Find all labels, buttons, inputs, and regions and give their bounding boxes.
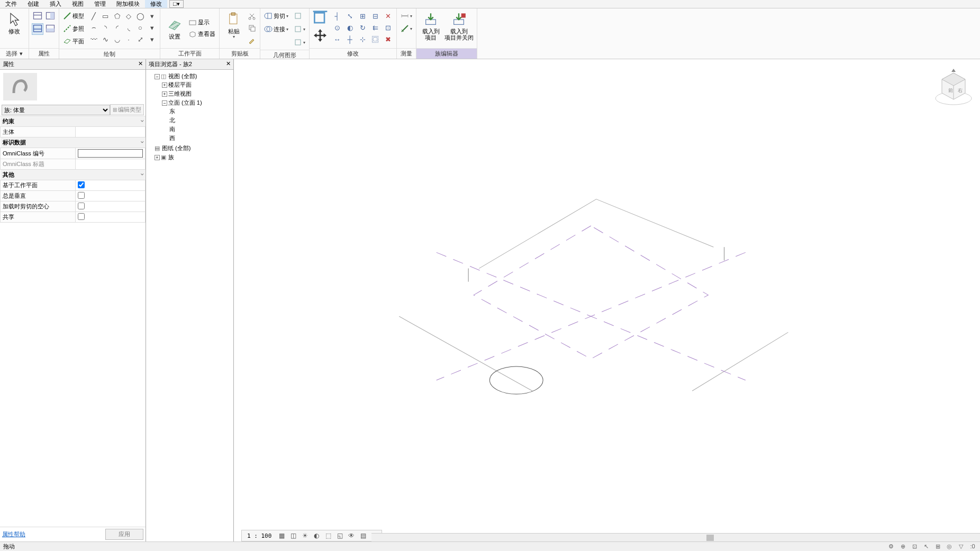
move-icon[interactable]	[312, 27, 329, 44]
menu-create[interactable]: 创建	[22, 0, 44, 8]
modify-button[interactable]: 修改	[2, 10, 26, 35]
tool-poly-icon[interactable]: ⬠	[111, 10, 123, 22]
viewcube[interactable]: 前 右	[932, 67, 975, 109]
tree-views[interactable]: −◫视图 (全部) +楼层平面 +三维视图 −立面 (立面 1) 东 北 南 西	[155, 72, 232, 144]
tool-ellipse-icon[interactable]: ○	[134, 22, 146, 33]
sb-i5[interactable]: ⊞	[933, 543, 942, 550]
vb-hide-icon[interactable]: 👁	[347, 531, 356, 540]
tree-north[interactable]: 北	[169, 116, 232, 125]
join-geom-btn[interactable]: 连接▾	[262, 23, 290, 35]
tool-dd3-icon[interactable]: ▾	[146, 33, 158, 45]
tree-west[interactable]: 西	[169, 134, 232, 143]
m-t6[interactable]: ⊙	[331, 22, 343, 33]
load-project-btn[interactable]: 载入到项目	[419, 10, 443, 42]
cut-btn[interactable]	[246, 10, 258, 22]
show-plane-btn[interactable]: 显示	[187, 17, 217, 29]
properties-apply-btn[interactable]: 应用	[105, 529, 143, 540]
canvas-hscroll[interactable]	[371, 533, 980, 541]
vb-style-icon[interactable]: ◫	[288, 531, 298, 540]
vb-sun-icon[interactable]: ☀	[300, 531, 310, 540]
sb-i6[interactable]: ◎	[945, 543, 954, 550]
vb-detail-icon[interactable]: ▦	[277, 531, 286, 540]
tree-elevations[interactable]: −立面 (立面 1) 东 北 南 西	[162, 98, 232, 143]
menu-addons[interactable]: 附加模块	[111, 0, 145, 8]
tool-arc3-icon[interactable]: ◜	[111, 22, 123, 33]
tree-floorplans[interactable]: +楼层平面	[162, 80, 232, 89]
sb-i7[interactable]: ▽	[957, 543, 965, 550]
prop-toggle-4[interactable]	[44, 23, 56, 35]
tree-families[interactable]: +▣族	[155, 153, 232, 162]
menu-file[interactable]: 文件	[0, 0, 22, 8]
align-icon[interactable]	[312, 10, 329, 27]
menu-insert[interactable]: 插入	[44, 0, 67, 8]
draw-plane-btn[interactable]: 平面	[61, 35, 86, 47]
sb-i2[interactable]: ⊕	[899, 543, 907, 550]
browser-close-icon[interactable]: ✕	[226, 60, 231, 68]
prop-host-value[interactable]	[76, 127, 146, 137]
prop-vertical-checkbox[interactable]	[78, 192, 85, 199]
menu-manage[interactable]: 管理	[89, 0, 111, 8]
gx3-btn[interactable]: ▾	[292, 36, 307, 48]
m-t11[interactable]: ↔	[331, 33, 343, 45]
draw-model-btn[interactable]: 模型	[61, 10, 86, 22]
prop-shared-checkbox[interactable]	[78, 213, 85, 220]
panel-title-select[interactable]: 选择 ▾	[0, 48, 29, 59]
draw-ref-btn[interactable]: 参照	[61, 23, 86, 34]
m-t1[interactable]: ┤	[331, 10, 343, 22]
tool-irect-icon[interactable]: ◇	[123, 10, 134, 22]
m-t10[interactable]: ⊡	[382, 22, 394, 33]
vb-shadow-icon[interactable]: ◐	[312, 531, 321, 540]
m-t4[interactable]: ⊟	[369, 10, 382, 22]
menu-view[interactable]: 视图	[67, 0, 89, 8]
match-btn[interactable]	[246, 34, 258, 46]
menu-modify[interactable]: 修改	[145, 0, 167, 8]
tool-fillet-icon[interactable]: ◟	[123, 22, 134, 33]
family-selector[interactable]: 族: 体量	[2, 105, 110, 115]
m-t5[interactable]: ✕	[382, 10, 394, 22]
tool-arccen-icon[interactable]: ◡	[111, 33, 123, 45]
tool-il-icon[interactable]: ⤢	[134, 33, 146, 45]
prop-cutvoids-checkbox[interactable]	[78, 203, 85, 209]
properties-help-link[interactable]: 属性帮助	[2, 530, 25, 538]
sb-i1[interactable]: ⚙	[887, 543, 895, 550]
vb-crop-icon[interactable]: ⬚	[323, 531, 333, 540]
group-collapse-icon[interactable]: ⌵	[141, 117, 143, 123]
prop-workplane-checkbox[interactable]	[78, 181, 85, 188]
paste-btn[interactable]: 粘贴 ▾	[222, 10, 246, 40]
gx2-btn[interactable]: ▾	[292, 23, 307, 35]
prop-toggle-1[interactable]	[32, 11, 43, 22]
m-t13[interactable]: ⊹	[356, 33, 369, 45]
cut-geom-btn[interactable]: 剪切▾	[262, 10, 290, 22]
m-t15[interactable]: ✖	[382, 33, 394, 45]
viewer-btn[interactable]: 查看器	[187, 29, 217, 40]
edit-type-btn[interactable]: ⊞编辑类型	[110, 104, 144, 115]
tool-line-icon[interactable]: ╱	[88, 10, 99, 22]
view-scale[interactable]: 1 : 100	[244, 532, 275, 539]
vb-crop2-icon[interactable]: ◱	[335, 531, 344, 540]
paste-dropdown-icon[interactable]: ▾	[233, 34, 235, 39]
tree-east[interactable]: 东	[169, 107, 232, 116]
menu-overflow[interactable]: □▾	[169, 0, 184, 8]
dim-btn[interactable]: ▾	[399, 10, 414, 22]
vb-reveal-icon[interactable]: ▤	[358, 531, 368, 540]
sb-i3[interactable]: ⊡	[910, 543, 919, 550]
properties-close-icon[interactable]: ✕	[138, 60, 143, 68]
tool-circle-icon[interactable]: ◯	[134, 10, 146, 22]
prop-omni-num-input[interactable]	[78, 149, 143, 158]
tool-spline-icon[interactable]: 〰	[88, 33, 99, 45]
measure-btn[interactable]: ▾	[399, 23, 414, 34]
tree-sheets[interactable]: ▤图纸 (全部)	[155, 144, 232, 153]
tool-point-icon[interactable]: ∙	[123, 33, 134, 45]
set-plane-btn[interactable]: 设置	[162, 15, 187, 41]
tool-dd1-icon[interactable]: ▾	[146, 10, 158, 22]
tool-arc2-icon[interactable]: ◝	[99, 22, 111, 33]
prop-toggle-3[interactable]	[32, 23, 43, 35]
tool-dd2-icon[interactable]: ▾	[146, 22, 158, 33]
m-t9[interactable]: ⇇	[369, 22, 382, 33]
tool-rect-icon[interactable]: ▭	[99, 10, 111, 22]
sb-i4[interactable]: ↖	[922, 543, 930, 550]
m-t7[interactable]: ◐	[343, 22, 356, 33]
m-t3[interactable]: ⊞	[356, 10, 369, 22]
m-t12[interactable]: ┼	[343, 33, 356, 45]
m-t14[interactable]: ⿴	[369, 33, 382, 45]
